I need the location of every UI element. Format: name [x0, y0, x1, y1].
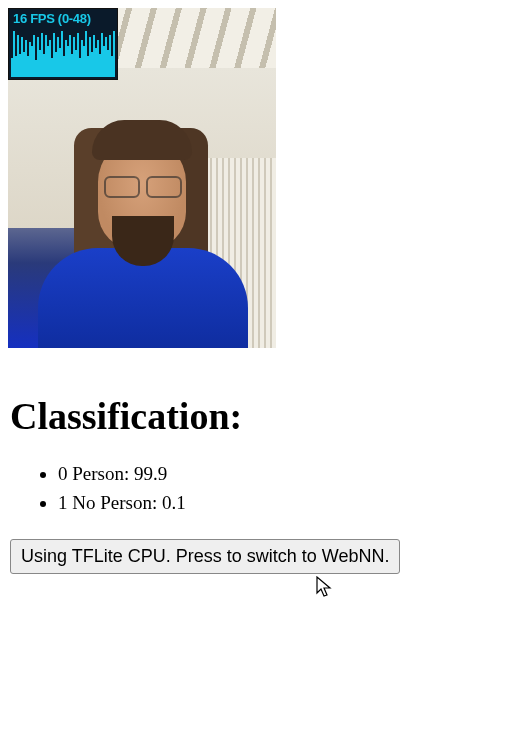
- content-area: Classification: 0 Person: 99.91 No Perso…: [0, 356, 506, 584]
- glasses-icon: [104, 176, 182, 196]
- result-item: 0 Person: 99.9: [58, 460, 496, 488]
- switch-backend-button[interactable]: Using TFLite CPU. Press to switch to Web…: [10, 539, 400, 574]
- fps-overlay: 16 FPS (0-48): [8, 8, 118, 80]
- classification-heading: Classification:: [10, 394, 496, 438]
- fps-bar: [113, 31, 115, 77]
- fps-graph: [11, 27, 115, 77]
- hair: [92, 120, 192, 160]
- result-item: 1 No Person: 0.1: [58, 489, 496, 517]
- fps-label: 16 FPS (0-48): [9, 9, 117, 28]
- results-list: 0 Person: 99.91 No Person: 0.1: [58, 460, 496, 516]
- camera-area: 16 FPS (0-48): [8, 8, 276, 348]
